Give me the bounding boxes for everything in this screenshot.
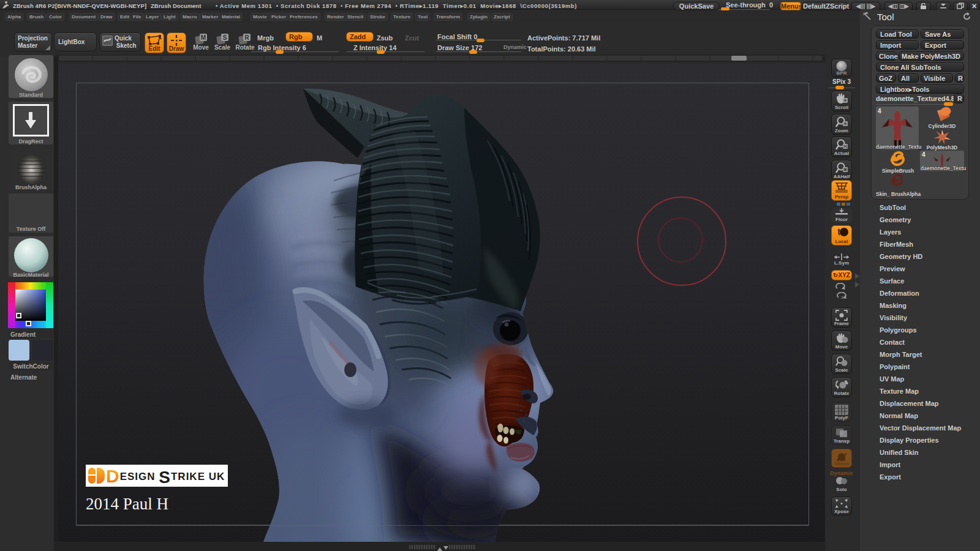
- svg-text:R: R: [244, 34, 249, 41]
- svg-text:z: z: [841, 295, 843, 299]
- svg-text:S: S: [223, 34, 227, 41]
- svg-text:M: M: [201, 34, 206, 41]
